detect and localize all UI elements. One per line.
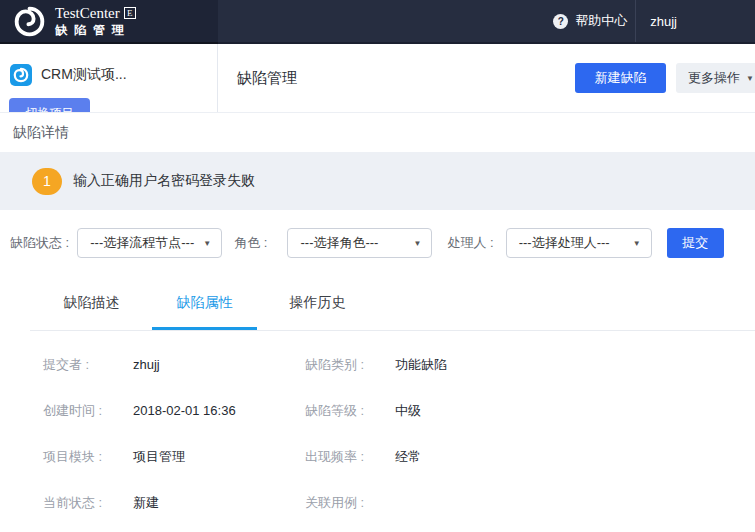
- status-filter-label: 缺陷状态 :: [10, 234, 69, 252]
- field-project-module: 项目模块 : 项目管理: [43, 448, 305, 465]
- main-panel: 缺陷状态 : ---选择流程节点--- ▼ 角色 : ---选择角色--- ▼ …: [0, 210, 755, 532]
- submit-button[interactable]: 提交: [667, 228, 724, 258]
- user-menu[interactable]: zhujj: [650, 14, 677, 29]
- brand-e-badge-icon: E: [124, 7, 136, 19]
- role-filter-label: 角色 :: [234, 234, 267, 252]
- field-value: 2018-02-01 16:36: [133, 402, 236, 419]
- role-select-value: ---选择角色---: [300, 234, 378, 252]
- filter-row: 缺陷状态 : ---选择流程节点--- ▼ 角色 : ---选择角色--- ▼ …: [0, 210, 755, 258]
- role-select[interactable]: ---选择角色--- ▼: [287, 228, 432, 258]
- project-row: CRM测试项...: [10, 64, 217, 86]
- help-center-label: 帮助中心: [575, 12, 627, 30]
- tab-defect-description[interactable]: 缺陷描述: [35, 288, 148, 330]
- project-swirl-icon: [10, 64, 32, 86]
- field-label: 出现频率 :: [305, 448, 395, 465]
- field-value: 功能缺陷: [395, 356, 447, 373]
- brand-name: TestCenter: [55, 5, 120, 22]
- caret-down-icon: ▼: [203, 239, 211, 248]
- top-navbar: TestCenter E 缺陷管理 ? 帮助中心 zhujj: [0, 0, 755, 44]
- caret-down-icon: ▼: [746, 74, 754, 83]
- defect-index-badge: 1: [32, 168, 62, 195]
- header-actions: 新建缺陷 更多操作 ▼: [575, 63, 755, 93]
- handler-select-value: ---选择处理人---: [519, 234, 610, 252]
- field-related-case: 关联用例 :: [305, 494, 755, 511]
- status-select-value: ---选择流程节点---: [90, 234, 194, 252]
- field-label: 缺陷类别 :: [305, 356, 395, 373]
- navbar-right: ? 帮助中心 zhujj: [218, 0, 755, 44]
- field-label: 创建时间 :: [43, 402, 133, 419]
- navbar-brand-area: TestCenter E 缺陷管理: [0, 0, 218, 44]
- tab-operation-history[interactable]: 操作历史: [261, 288, 374, 330]
- field-defect-category: 缺陷类别 : 功能缺陷: [305, 356, 755, 373]
- field-value: 中级: [395, 402, 421, 419]
- caret-down-icon: ▼: [414, 239, 422, 248]
- field-current-status: 当前状态 : 新建: [43, 494, 305, 511]
- field-defect-level: 缺陷等级 : 中级: [305, 402, 755, 419]
- field-label: 当前状态 :: [43, 494, 133, 511]
- detail-section-title: 缺陷详情: [13, 124, 69, 142]
- status-select[interactable]: ---选择流程节点--- ▼: [77, 228, 222, 258]
- navbar-divider: [635, 0, 636, 42]
- defect-attributes-grid: 提交者 : zhujj 缺陷类别 : 功能缺陷 创建时间 : 2018-02-0…: [0, 331, 755, 511]
- new-defect-button[interactable]: 新建缺陷: [575, 63, 666, 93]
- brand-text: TestCenter E 缺陷管理: [55, 5, 136, 38]
- tab-bar: 缺陷描述 缺陷属性 操作历史: [30, 288, 755, 331]
- more-actions-button[interactable]: 更多操作 ▼: [676, 63, 755, 93]
- sidebar-header: CRM测试项... 切换项目: [0, 44, 218, 112]
- brand-subtitle: 缺陷管理: [55, 24, 136, 37]
- page-title: 缺陷管理: [237, 69, 297, 88]
- field-value: 经常: [395, 448, 421, 465]
- field-occurrence-frequency: 出现频率 : 经常: [305, 448, 755, 465]
- defect-title-band: 1 输入正确用户名密码登录失败: [0, 152, 755, 210]
- field-value: 项目管理: [133, 448, 185, 465]
- field-label: 提交者 :: [43, 356, 133, 373]
- caret-down-icon: ▼: [633, 239, 641, 248]
- field-submitter: 提交者 : zhujj: [43, 356, 305, 373]
- brand-swirl-logo-icon: [13, 5, 46, 38]
- field-value: zhujj: [133, 356, 160, 373]
- app-header: CRM测试项... 切换项目 缺陷管理 新建缺陷 更多操作 ▼: [0, 44, 755, 112]
- field-value: 新建: [133, 494, 159, 511]
- field-label: 关联用例 :: [305, 494, 395, 511]
- tab-defect-attributes[interactable]: 缺陷属性: [148, 288, 261, 330]
- field-create-time: 创建时间 : 2018-02-01 16:36: [43, 402, 305, 419]
- field-label: 缺陷等级 :: [305, 402, 395, 419]
- more-actions-label: 更多操作: [688, 69, 740, 87]
- question-mark-icon: ?: [553, 14, 568, 29]
- handler-filter-label: 处理人 :: [447, 234, 493, 252]
- page-header: 缺陷管理 新建缺陷 更多操作 ▼: [218, 44, 755, 112]
- help-center-link[interactable]: ? 帮助中心: [553, 12, 627, 30]
- handler-select[interactable]: ---选择处理人--- ▼: [506, 228, 652, 258]
- field-label: 项目模块 :: [43, 448, 133, 465]
- project-name: CRM测试项...: [41, 66, 127, 84]
- defect-title: 输入正确用户名密码登录失败: [73, 172, 255, 190]
- detail-section-bar: 缺陷详情: [0, 112, 755, 152]
